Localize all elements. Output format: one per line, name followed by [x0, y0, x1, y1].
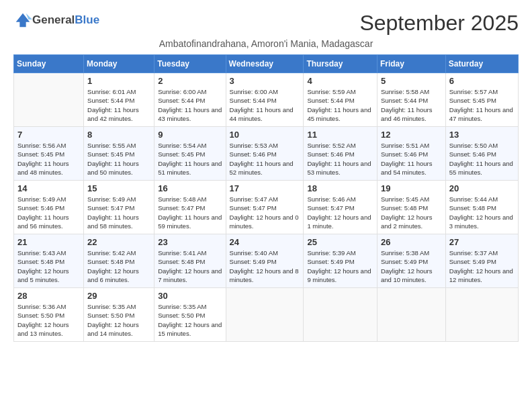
calendar-subtitle: Ambatofinandrahana, Amoron'i Mania, Mada… — [13, 38, 519, 49]
weekday-header-saturday: Saturday — [445, 55, 518, 73]
calendar-cell: 10Sunrise: 5:53 AMSunset: 5:46 PMDayligh… — [226, 127, 304, 181]
calendar-cell — [445, 288, 518, 342]
calendar-cell: 13Sunrise: 5:50 AMSunset: 5:46 PMDayligh… — [445, 127, 518, 181]
weekday-header-tuesday: Tuesday — [154, 55, 226, 73]
calendar-cell — [377, 288, 445, 342]
calendar-week-row: 1Sunrise: 6:01 AMSunset: 5:44 PMDaylight… — [14, 73, 519, 127]
day-number: 20 — [449, 183, 515, 193]
day-number: 30 — [158, 291, 222, 301]
calendar-cell: 2Sunrise: 6:00 AMSunset: 5:44 PMDaylight… — [154, 73, 226, 127]
logo-general: General — [32, 13, 75, 27]
cell-sun-info: Sunrise: 5:42 AMSunset: 5:48 PMDaylight:… — [87, 248, 150, 284]
cell-sun-info: Sunrise: 5:36 AMSunset: 5:50 PMDaylight:… — [17, 302, 80, 338]
day-number: 1 — [87, 76, 150, 86]
day-number: 29 — [87, 291, 150, 301]
cell-sun-info: Sunrise: 6:01 AMSunset: 5:44 PMDaylight:… — [87, 87, 150, 123]
weekday-header-sunday: Sunday — [14, 55, 84, 73]
day-number: 26 — [381, 237, 442, 247]
day-number: 17 — [230, 183, 300, 193]
calendar-cell: 4Sunrise: 5:59 AMSunset: 5:44 PMDaylight… — [304, 73, 378, 127]
calendar-cell: 1Sunrise: 6:01 AMSunset: 5:44 PMDaylight… — [84, 73, 154, 127]
day-number: 9 — [158, 130, 222, 140]
day-number: 19 — [381, 183, 442, 193]
day-number: 23 — [158, 237, 222, 247]
cell-sun-info: Sunrise: 5:52 AMSunset: 5:46 PMDaylight:… — [307, 141, 373, 177]
calendar-week-row: 21Sunrise: 5:43 AMSunset: 5:48 PMDayligh… — [14, 234, 519, 288]
calendar-cell: 16Sunrise: 5:48 AMSunset: 5:47 PMDayligh… — [154, 181, 226, 234]
cell-sun-info: Sunrise: 6:00 AMSunset: 5:44 PMDaylight:… — [230, 87, 300, 123]
cell-sun-info: Sunrise: 5:43 AMSunset: 5:48 PMDaylight:… — [17, 248, 80, 284]
calendar-cell: 15Sunrise: 5:49 AMSunset: 5:47 PMDayligh… — [84, 181, 154, 234]
calendar-table: SundayMondayTuesdayWednesdayThursdayFrid… — [13, 54, 519, 342]
cell-sun-info: Sunrise: 5:44 AMSunset: 5:48 PMDaylight:… — [449, 195, 515, 230]
day-number: 12 — [381, 130, 442, 140]
header: GeneralBlue September 2025 — [13, 11, 519, 36]
calendar-cell: 17Sunrise: 5:47 AMSunset: 5:47 PMDayligh… — [226, 181, 304, 234]
month-title: September 2025 — [359, 11, 519, 36]
calendar-cell: 21Sunrise: 5:43 AMSunset: 5:48 PMDayligh… — [14, 234, 84, 288]
calendar-cell: 26Sunrise: 5:38 AMSunset: 5:49 PMDayligh… — [377, 234, 445, 288]
calendar-cell: 28Sunrise: 5:36 AMSunset: 5:50 PMDayligh… — [14, 288, 84, 342]
calendar-cell: 11Sunrise: 5:52 AMSunset: 5:46 PMDayligh… — [304, 127, 378, 181]
cell-sun-info: Sunrise: 5:55 AMSunset: 5:45 PMDaylight:… — [87, 141, 150, 177]
calendar-week-row: 28Sunrise: 5:36 AMSunset: 5:50 PMDayligh… — [14, 288, 519, 342]
day-number: 7 — [17, 130, 80, 140]
day-number: 13 — [449, 130, 515, 140]
calendar-cell: 8Sunrise: 5:55 AMSunset: 5:45 PMDaylight… — [84, 127, 154, 181]
day-number: 10 — [230, 130, 300, 140]
day-number: 25 — [307, 237, 373, 247]
cell-sun-info: Sunrise: 5:40 AMSunset: 5:49 PMDaylight:… — [230, 248, 300, 284]
cell-sun-info: Sunrise: 6:00 AMSunset: 5:44 PMDaylight:… — [158, 87, 222, 123]
day-number: 14 — [17, 183, 80, 193]
cell-sun-info: Sunrise: 5:41 AMSunset: 5:48 PMDaylight:… — [158, 248, 222, 284]
cell-sun-info: Sunrise: 5:57 AMSunset: 5:45 PMDaylight:… — [449, 87, 515, 123]
logo-icon — [13, 11, 32, 30]
cell-sun-info: Sunrise: 5:54 AMSunset: 5:45 PMDaylight:… — [158, 141, 222, 177]
cell-sun-info: Sunrise: 5:56 AMSunset: 5:45 PMDaylight:… — [17, 141, 80, 177]
cell-sun-info: Sunrise: 5:48 AMSunset: 5:47 PMDaylight:… — [158, 195, 222, 230]
calendar-cell: 24Sunrise: 5:40 AMSunset: 5:49 PMDayligh… — [226, 234, 304, 288]
day-number: 22 — [87, 237, 150, 247]
calendar-cell: 27Sunrise: 5:37 AMSunset: 5:49 PMDayligh… — [445, 234, 518, 288]
cell-sun-info: Sunrise: 5:50 AMSunset: 5:46 PMDaylight:… — [449, 141, 515, 177]
day-number: 27 — [449, 237, 515, 247]
calendar-cell: 29Sunrise: 5:35 AMSunset: 5:50 PMDayligh… — [84, 288, 154, 342]
calendar-cell: 3Sunrise: 6:00 AMSunset: 5:44 PMDaylight… — [226, 73, 304, 127]
calendar-cell: 23Sunrise: 5:41 AMSunset: 5:48 PMDayligh… — [154, 234, 226, 288]
day-number: 18 — [307, 183, 373, 193]
cell-sun-info: Sunrise: 5:53 AMSunset: 5:46 PMDaylight:… — [230, 141, 300, 177]
day-number: 24 — [230, 237, 300, 247]
weekday-header-thursday: Thursday — [304, 55, 378, 73]
cell-sun-info: Sunrise: 5:47 AMSunset: 5:47 PMDaylight:… — [230, 195, 300, 230]
day-number: 6 — [449, 76, 515, 86]
calendar-cell: 19Sunrise: 5:45 AMSunset: 5:48 PMDayligh… — [377, 181, 445, 234]
cell-sun-info: Sunrise: 5:49 AMSunset: 5:47 PMDaylight:… — [87, 195, 150, 230]
calendar-cell: 14Sunrise: 5:49 AMSunset: 5:46 PMDayligh… — [14, 181, 84, 234]
day-number: 5 — [381, 76, 442, 86]
calendar-week-row: 7Sunrise: 5:56 AMSunset: 5:45 PMDaylight… — [14, 127, 519, 181]
calendar-cell: 20Sunrise: 5:44 AMSunset: 5:48 PMDayligh… — [445, 181, 518, 234]
day-number: 4 — [307, 76, 373, 86]
cell-sun-info: Sunrise: 5:37 AMSunset: 5:49 PMDaylight:… — [449, 248, 515, 284]
cell-sun-info: Sunrise: 5:58 AMSunset: 5:44 PMDaylight:… — [381, 87, 442, 123]
calendar-cell — [304, 288, 378, 342]
title-area: September 2025 — [359, 11, 519, 36]
weekday-header-monday: Monday — [84, 55, 154, 73]
weekday-header-row: SundayMondayTuesdayWednesdayThursdayFrid… — [14, 55, 519, 73]
cell-sun-info: Sunrise: 5:51 AMSunset: 5:46 PMDaylight:… — [381, 141, 442, 177]
day-number: 28 — [17, 291, 80, 301]
calendar-cell: 12Sunrise: 5:51 AMSunset: 5:46 PMDayligh… — [377, 127, 445, 181]
cell-sun-info: Sunrise: 5:38 AMSunset: 5:49 PMDaylight:… — [381, 248, 442, 284]
calendar-cell: 5Sunrise: 5:58 AMSunset: 5:44 PMDaylight… — [377, 73, 445, 127]
cell-sun-info: Sunrise: 5:35 AMSunset: 5:50 PMDaylight:… — [158, 302, 222, 338]
cell-sun-info: Sunrise: 5:46 AMSunset: 5:47 PMDaylight:… — [307, 195, 373, 230]
day-number: 3 — [230, 76, 300, 86]
calendar-cell: 9Sunrise: 5:54 AMSunset: 5:45 PMDaylight… — [154, 127, 226, 181]
day-number: 21 — [17, 237, 80, 247]
cell-sun-info: Sunrise: 5:39 AMSunset: 5:49 PMDaylight:… — [307, 248, 373, 284]
day-number: 8 — [87, 130, 150, 140]
calendar-cell: 18Sunrise: 5:46 AMSunset: 5:47 PMDayligh… — [304, 181, 378, 234]
cell-sun-info: Sunrise: 5:45 AMSunset: 5:48 PMDaylight:… — [381, 195, 442, 230]
calendar-cell — [226, 288, 304, 342]
calendar-cell: 25Sunrise: 5:39 AMSunset: 5:49 PMDayligh… — [304, 234, 378, 288]
